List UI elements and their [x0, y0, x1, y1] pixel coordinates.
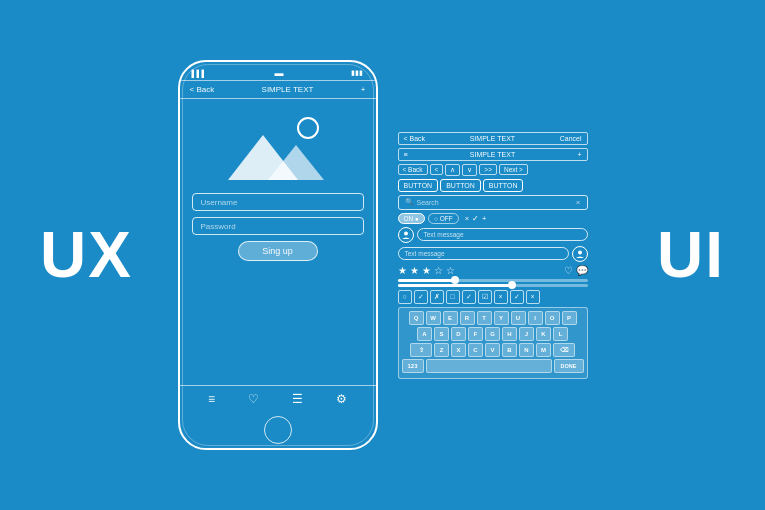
- key-h[interactable]: H: [502, 327, 517, 341]
- keyboard: Q W E R T Y U I O P A S D F G H: [398, 307, 588, 379]
- nav-list-icon[interactable]: ☰: [292, 392, 303, 406]
- phone-password-input[interactable]: Password: [192, 217, 364, 235]
- slider-2[interactable]: [398, 284, 588, 287]
- toolbar-menu-icon[interactable]: ≡: [404, 151, 408, 158]
- phone-plus-button[interactable]: +: [361, 85, 366, 94]
- key-u[interactable]: U: [511, 311, 526, 325]
- key-x[interactable]: X: [451, 343, 466, 357]
- key-i[interactable]: I: [528, 311, 543, 325]
- key-q[interactable]: Q: [409, 311, 424, 325]
- page-next[interactable]: Next >: [499, 164, 528, 175]
- page-down[interactable]: ∨: [462, 164, 477, 176]
- key-f[interactable]: F: [468, 327, 483, 341]
- nav-heart-icon[interactable]: ♡: [248, 392, 259, 406]
- key-y[interactable]: Y: [494, 311, 509, 325]
- star-2[interactable]: ★: [410, 265, 419, 276]
- toggle-x-icon[interactable]: ×: [465, 214, 469, 223]
- key-p[interactable]: P: [562, 311, 577, 325]
- ui-toolbar: ≡ SIMPLE TEXT +: [398, 148, 588, 161]
- key-b[interactable]: B: [502, 343, 517, 357]
- search-clear-icon[interactable]: ×: [576, 198, 581, 207]
- key-g[interactable]: G: [485, 327, 500, 341]
- nav1-cancel[interactable]: Cancel: [560, 135, 582, 142]
- page-back[interactable]: < Back: [398, 164, 428, 175]
- button-group: BUTTON BUTTON BUTTON: [398, 179, 588, 192]
- button-3[interactable]: BUTTON: [483, 179, 524, 192]
- slider-2-thumb[interactable]: [508, 281, 516, 289]
- phone-signup-button[interactable]: Sing up: [238, 241, 318, 261]
- toggle-off[interactable]: ○ OFF: [428, 213, 459, 224]
- chat-icon[interactable]: 💬: [576, 265, 588, 276]
- key-space[interactable]: [426, 359, 552, 373]
- page-up[interactable]: ∧: [445, 164, 460, 176]
- page-forward[interactable]: >>: [479, 164, 497, 175]
- nav-menu-icon[interactable]: ≡: [208, 392, 215, 406]
- key-done[interactable]: DONE: [554, 359, 584, 373]
- key-o[interactable]: O: [545, 311, 560, 325]
- message-bubble-2[interactable]: Text message: [398, 247, 569, 260]
- stars-row: ★ ★ ★ ☆ ☆ ♡ 💬: [398, 265, 588, 276]
- icon-square[interactable]: □: [446, 290, 460, 304]
- key-shift[interactable]: ⇧: [410, 343, 432, 357]
- avatar-2: [572, 246, 588, 262]
- phone-home-button[interactable]: [264, 416, 292, 444]
- key-l[interactable]: L: [553, 327, 568, 341]
- star-3[interactable]: ★: [422, 265, 431, 276]
- key-e[interactable]: E: [443, 311, 458, 325]
- key-j[interactable]: J: [519, 327, 534, 341]
- key-m[interactable]: M: [536, 343, 551, 357]
- key-v[interactable]: V: [485, 343, 500, 357]
- nav1-back[interactable]: < Back: [404, 135, 426, 142]
- key-r[interactable]: R: [460, 311, 475, 325]
- toolbar-title: SIMPLE TEXT: [470, 151, 515, 158]
- page-left[interactable]: <: [430, 164, 444, 175]
- key-n[interactable]: N: [519, 343, 534, 357]
- key-t[interactable]: T: [477, 311, 492, 325]
- button-1[interactable]: BUTTON: [398, 179, 439, 192]
- icon-x3[interactable]: ×: [526, 290, 540, 304]
- icon-checked[interactable]: ☑: [478, 290, 492, 304]
- key-d[interactable]: D: [451, 327, 466, 341]
- phone-body: Username Password Sing up: [180, 99, 376, 385]
- key-123[interactable]: 123: [402, 359, 424, 373]
- toggle-plus-icon[interactable]: +: [482, 214, 486, 223]
- svg-point-0: [298, 118, 318, 138]
- toggle-on[interactable]: ON ●: [398, 213, 425, 224]
- main-container: UX UI ▌▌▌ ▬ ▮▮▮ < Back SIMPLE TEXT +: [0, 0, 765, 510]
- icon-check3[interactable]: ✓: [510, 290, 524, 304]
- key-c[interactable]: C: [468, 343, 483, 357]
- phone-back-button[interactable]: < Back: [190, 85, 215, 94]
- key-s[interactable]: S: [434, 327, 449, 341]
- icon-circle[interactable]: ○: [398, 290, 412, 304]
- message-row-2: Text message: [398, 246, 588, 262]
- icon-x2[interactable]: ×: [494, 290, 508, 304]
- icon-check[interactable]: ✓: [414, 290, 428, 304]
- message-bubble-1[interactable]: Text message: [417, 228, 588, 241]
- star-4[interactable]: ☆: [434, 265, 443, 276]
- icon-check2[interactable]: ✓: [462, 290, 476, 304]
- icon-x[interactable]: ✗: [430, 290, 444, 304]
- slider-1[interactable]: [398, 279, 588, 282]
- key-backspace[interactable]: ⌫: [553, 343, 575, 357]
- nav-settings-icon[interactable]: ⚙: [336, 392, 347, 406]
- key-k[interactable]: K: [536, 327, 551, 341]
- nav1-title: SIMPLE TEXT: [470, 135, 515, 142]
- key-a[interactable]: A: [417, 327, 432, 341]
- button-2[interactable]: BUTTON: [440, 179, 481, 192]
- phone-status-bar: ▌▌▌ ▬ ▮▮▮: [180, 62, 376, 80]
- toggle-check-icon[interactable]: ✓: [472, 214, 479, 223]
- pagination-row: < Back < ∧ ∨ >> Next >: [398, 164, 588, 176]
- phone-username-input[interactable]: Username: [192, 193, 364, 211]
- search-bar[interactable]: 🔍 Search ×: [398, 195, 588, 210]
- star-1[interactable]: ★: [398, 265, 407, 276]
- slider-1-thumb[interactable]: [451, 276, 459, 284]
- heart-icon[interactable]: ♡: [564, 265, 573, 276]
- key-w[interactable]: W: [426, 311, 441, 325]
- ui-label: UI: [657, 218, 725, 292]
- toggles-row: ON ● ○ OFF × ✓ +: [398, 213, 588, 224]
- ui-navbar-1: < Back SIMPLE TEXT Cancel: [398, 132, 588, 145]
- key-z[interactable]: Z: [434, 343, 449, 357]
- toolbar-plus-icon[interactable]: +: [577, 151, 581, 158]
- star-5[interactable]: ☆: [446, 265, 455, 276]
- search-placeholder: Search: [414, 199, 576, 206]
